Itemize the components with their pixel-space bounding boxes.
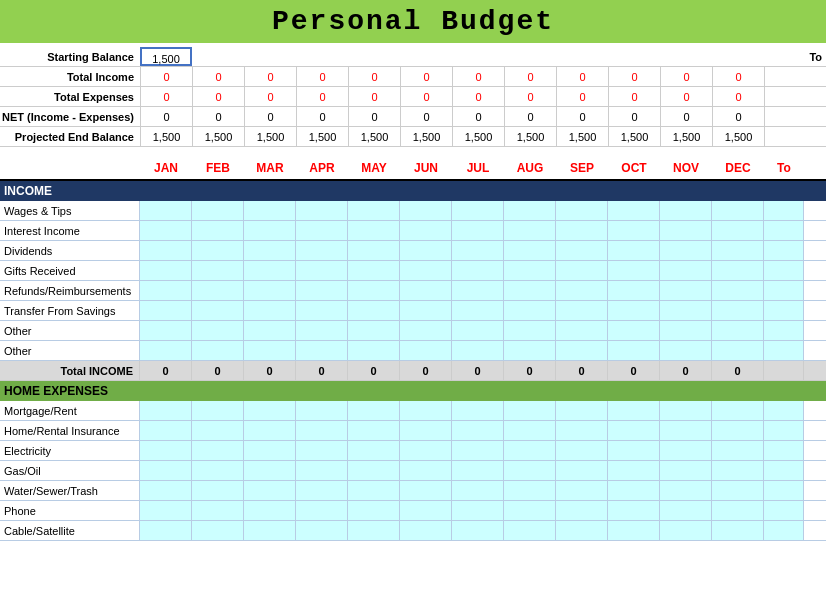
home-exp-cell-4-10[interactable] <box>660 481 712 500</box>
income-cell-6-6[interactable] <box>452 321 504 340</box>
income-cell-0-11[interactable] <box>712 201 764 220</box>
income-sep[interactable]: 0 <box>556 67 608 86</box>
home-exp-cell-5-0[interactable] <box>140 501 192 520</box>
home-exp-cell-4-6[interactable] <box>452 481 504 500</box>
home-exp-cell-1-7[interactable] <box>504 421 556 440</box>
income-cell-2-7[interactable] <box>504 241 556 260</box>
income-cell-0-4[interactable] <box>348 201 400 220</box>
net-sep[interactable]: 0 <box>556 107 608 126</box>
home-exp-cell-3-3[interactable] <box>296 461 348 480</box>
home-exp-cell-0-4[interactable] <box>348 401 400 420</box>
exp-aug[interactable]: 0 <box>504 87 556 106</box>
home-exp-cell-3-6[interactable] <box>452 461 504 480</box>
income-cell-1-11[interactable] <box>712 221 764 240</box>
income-cell-5-1[interactable] <box>192 301 244 320</box>
net-may[interactable]: 0 <box>348 107 400 126</box>
home-exp-cell-6-2[interactable] <box>244 521 296 540</box>
income-cell-3-11[interactable] <box>712 261 764 280</box>
income-nov[interactable]: 0 <box>660 67 712 86</box>
income-cell-2-6[interactable] <box>452 241 504 260</box>
exp-feb[interactable]: 0 <box>192 87 244 106</box>
home-exp-cell-2-8[interactable] <box>556 441 608 460</box>
income-cell-7-2[interactable] <box>244 341 296 360</box>
income-cell-5-10[interactable] <box>660 301 712 320</box>
income-cell-7-10[interactable] <box>660 341 712 360</box>
home-exp-cell-2-9[interactable] <box>608 441 660 460</box>
income-jul[interactable]: 0 <box>452 67 504 86</box>
income-cell-3-3[interactable] <box>296 261 348 280</box>
income-cell-2-0[interactable] <box>140 241 192 260</box>
income-cell-6-8[interactable] <box>556 321 608 340</box>
home-exp-cell-4-4[interactable] <box>348 481 400 500</box>
home-exp-cell-6-7[interactable] <box>504 521 556 540</box>
home-exp-cell-3-8[interactable] <box>556 461 608 480</box>
exp-may[interactable]: 0 <box>348 87 400 106</box>
income-cell-4-8[interactable] <box>556 281 608 300</box>
income-cell-0-5[interactable] <box>400 201 452 220</box>
income-cell-7-11[interactable] <box>712 341 764 360</box>
income-cell-3-7[interactable] <box>504 261 556 280</box>
income-cell-4-5[interactable] <box>400 281 452 300</box>
income-cell-5-11[interactable] <box>712 301 764 320</box>
income-cell-5-5[interactable] <box>400 301 452 320</box>
home-exp-cell-3-9[interactable] <box>608 461 660 480</box>
home-exp-cell-0-0[interactable] <box>140 401 192 420</box>
home-exp-cell-2-11[interactable] <box>712 441 764 460</box>
income-cell-0-0[interactable] <box>140 201 192 220</box>
income-cell-2-5[interactable] <box>400 241 452 260</box>
income-cell-3-9[interactable] <box>608 261 660 280</box>
income-oct[interactable]: 0 <box>608 67 660 86</box>
income-cell-1-5[interactable] <box>400 221 452 240</box>
home-exp-cell-1-1[interactable] <box>192 421 244 440</box>
home-exp-cell-4-8[interactable] <box>556 481 608 500</box>
home-exp-cell-5-3[interactable] <box>296 501 348 520</box>
home-exp-cell-1-2[interactable] <box>244 421 296 440</box>
home-exp-cell-5-2[interactable] <box>244 501 296 520</box>
home-exp-cell-3-0[interactable] <box>140 461 192 480</box>
income-dec[interactable]: 0 <box>712 67 764 86</box>
home-exp-cell-0-3[interactable] <box>296 401 348 420</box>
home-exp-cell-1-8[interactable] <box>556 421 608 440</box>
net-dec[interactable]: 0 <box>712 107 764 126</box>
income-cell-7-6[interactable] <box>452 341 504 360</box>
income-cell-7-0[interactable] <box>140 341 192 360</box>
income-cell-6-4[interactable] <box>348 321 400 340</box>
home-exp-cell-2-2[interactable] <box>244 441 296 460</box>
proj-apr[interactable]: 1,500 <box>296 127 348 146</box>
exp-jul[interactable]: 0 <box>452 87 504 106</box>
starting-balance-input[interactable]: 1,500 <box>140 47 192 66</box>
income-cell-3-5[interactable] <box>400 261 452 280</box>
income-cell-4-3[interactable] <box>296 281 348 300</box>
home-exp-cell-6-11[interactable] <box>712 521 764 540</box>
home-exp-cell-0-10[interactable] <box>660 401 712 420</box>
home-exp-cell-4-7[interactable] <box>504 481 556 500</box>
home-exp-cell-2-1[interactable] <box>192 441 244 460</box>
net-jul[interactable]: 0 <box>452 107 504 126</box>
home-exp-cell-5-7[interactable] <box>504 501 556 520</box>
home-exp-cell-2-10[interactable] <box>660 441 712 460</box>
income-cell-5-4[interactable] <box>348 301 400 320</box>
income-cell-4-7[interactable] <box>504 281 556 300</box>
income-cell-0-1[interactable] <box>192 201 244 220</box>
home-exp-cell-3-2[interactable] <box>244 461 296 480</box>
home-exp-cell-6-0[interactable] <box>140 521 192 540</box>
home-exp-cell-1-5[interactable] <box>400 421 452 440</box>
income-cell-2-2[interactable] <box>244 241 296 260</box>
home-exp-cell-1-4[interactable] <box>348 421 400 440</box>
income-cell-3-8[interactable] <box>556 261 608 280</box>
income-jan[interactable]: 0 <box>140 67 192 86</box>
home-exp-cell-6-10[interactable] <box>660 521 712 540</box>
income-cell-4-4[interactable] <box>348 281 400 300</box>
home-exp-cell-2-6[interactable] <box>452 441 504 460</box>
income-jun[interactable]: 0 <box>400 67 452 86</box>
income-cell-2-4[interactable] <box>348 241 400 260</box>
home-exp-cell-5-8[interactable] <box>556 501 608 520</box>
income-cell-7-5[interactable] <box>400 341 452 360</box>
home-exp-cell-5-5[interactable] <box>400 501 452 520</box>
proj-dec[interactable]: 1,500 <box>712 127 764 146</box>
home-exp-cell-3-1[interactable] <box>192 461 244 480</box>
income-cell-7-7[interactable] <box>504 341 556 360</box>
income-cell-1-3[interactable] <box>296 221 348 240</box>
net-aug[interactable]: 0 <box>504 107 556 126</box>
income-cell-0-10[interactable] <box>660 201 712 220</box>
